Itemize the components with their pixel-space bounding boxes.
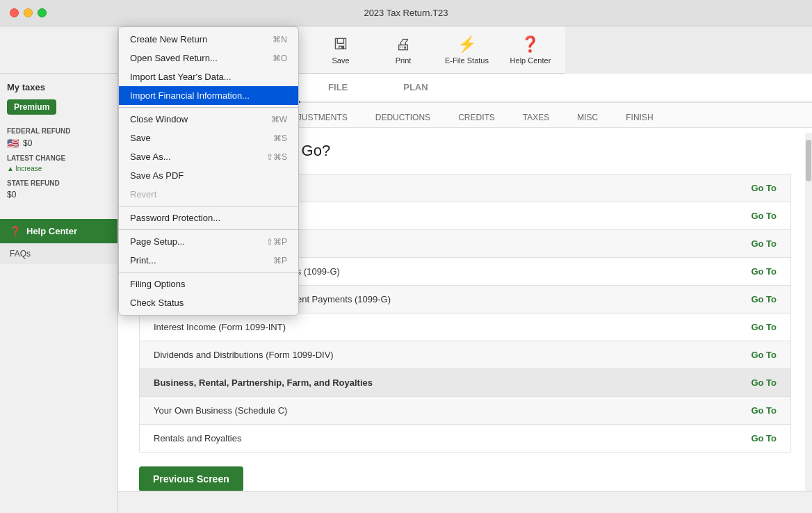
income-label-rentals: Rentals and Royalties <box>154 433 241 443</box>
minimize-button[interactable] <box>24 8 33 17</box>
maximize-button[interactable] <box>38 8 47 17</box>
sidebar: My taxes Premium FEDERAL REFUND 🇺🇸 $0 LA… <box>0 74 118 513</box>
goto-own-business[interactable]: Go To <box>751 405 777 416</box>
print-icon: 🖨 <box>396 35 411 54</box>
menu-filing-options[interactable]: Filing Options <box>119 275 298 293</box>
goto-business-section[interactable]: Go To <box>751 377 777 388</box>
premium-badge: Premium <box>7 99 56 115</box>
menu-open-saved-return[interactable]: Open Saved Return... ⌘O <box>119 49 298 67</box>
income-row-rentals: Rentals and Royalties Go To <box>140 425 790 452</box>
income-label-interest: Interest Income (Form 1099-INT) <box>154 322 286 332</box>
efile-icon: ⚡ <box>457 35 476 54</box>
scrollbar-thumb[interactable] <box>806 140 811 181</box>
income-row-own-business: Your Own Business (Schedule C) Go To <box>140 397 790 425</box>
menu-password-protection[interactable]: Password Protection... <box>119 209 298 227</box>
income-row-business-section: Business, Rental, Partnership, Farm, and… <box>140 369 790 397</box>
menu-divider-2 <box>119 206 298 206</box>
previous-screen-button[interactable]: Previous Screen <box>139 466 243 491</box>
menu-import-financial[interactable]: Import Financial Information... <box>119 86 298 105</box>
toolbar-save[interactable]: 🖫 Save <box>320 35 362 65</box>
goto-income[interactable]: Go To <box>751 211 777 221</box>
sidebar-top: My taxes Premium FEDERAL REFUND 🇺🇸 $0 LA… <box>0 74 117 212</box>
scrollbar-track[interactable] <box>805 133 812 513</box>
menu-import-last-year[interactable]: Import Last Year's Data... <box>119 67 298 86</box>
dropdown-menu: Create New Return ⌘N Open Saved Return..… <box>118 26 299 316</box>
goto-wages[interactable]: Go To <box>751 238 777 249</box>
menu-close-window[interactable]: Close Window ⌘W <box>119 110 298 129</box>
help-center-button[interactable]: ❓ Help Center <box>0 219 117 243</box>
increase-arrow-icon: ▲ <box>7 165 14 172</box>
goto-state-local[interactable]: Go To <box>751 266 777 277</box>
title-bar: 2023 Tax Return.T23 <box>0 0 812 26</box>
toolbar-help[interactable]: ❓ Help Center <box>510 35 551 65</box>
federal-refund-value: 🇺🇸 $0 <box>7 138 111 149</box>
subtab-finish[interactable]: FINISH <box>619 108 660 128</box>
menu-save[interactable]: Save ⌘S <box>119 129 298 147</box>
income-label-own-business: Your Own Business (Schedule C) <box>154 405 287 416</box>
close-button[interactable] <box>10 8 19 17</box>
subtab-credits[interactable]: CREDITS <box>451 108 502 128</box>
menu-save-as[interactable]: Save As... ⇧⌘S <box>119 147 298 166</box>
tab-plan[interactable]: PLAN <box>375 74 455 103</box>
income-row-interest: Interest Income (Form 1099-INT) Go To <box>140 314 790 341</box>
state-refund-label: STATE REFUND <box>7 179 111 187</box>
menu-save-as-pdf[interactable]: Save As PDF <box>119 166 298 185</box>
menu-revert: Revert <box>119 185 298 204</box>
menu-page-setup[interactable]: Page Setup... ⇧⌘P <box>119 232 298 251</box>
menu-check-status[interactable]: Check Status <box>119 293 298 312</box>
goto-unemployment[interactable]: Go To <box>751 294 777 304</box>
latest-change-label: LATEST CHANGE <box>7 154 111 162</box>
goto-rentals[interactable]: Go To <box>751 433 777 443</box>
income-label-business-section: Business, Rental, Partnership, Farm, and… <box>154 377 373 388</box>
us-flag-icon: 🇺🇸 <box>7 138 19 149</box>
bottom-bar: ✉ Send Us Feedback <box>0 491 812 513</box>
subtab-taxes[interactable]: TAXES <box>516 108 556 128</box>
goto-dividends[interactable]: Go To <box>751 350 777 360</box>
sidebar-toolbar-space <box>0 26 118 74</box>
goto-home[interactable]: Go To <box>751 183 777 193</box>
save-icon: 🖫 <box>333 35 348 54</box>
window-title: 2023 Tax Return.T23 <box>364 8 448 18</box>
latest-change-value: ▲ Increase <box>7 165 111 172</box>
menu-divider-4 <box>119 272 298 272</box>
subtab-deductions[interactable]: DEDUCTIONS <box>368 108 437 128</box>
federal-refund-label: FEDERAL REFUND <box>7 127 111 135</box>
income-row-dividends: Dividends and Distributions (Form 1099-D… <box>140 341 790 369</box>
toolbar-efile[interactable]: ⚡ E-File Status <box>445 35 489 65</box>
subtab-misc[interactable]: MISC <box>570 108 605 128</box>
help-icon: ❓ <box>521 35 539 54</box>
toolbar-print[interactable]: 🖨 Print <box>382 35 424 65</box>
menu-divider-3 <box>119 229 298 230</box>
help-center-icon: ❓ <box>10 226 21 236</box>
faqs-label: FAQs <box>0 243 117 264</box>
traffic-lights <box>0 8 47 17</box>
menu-divider-1 <box>119 107 298 108</box>
menu-print[interactable]: Print... ⌘P <box>119 251 298 270</box>
menu-create-new-return[interactable]: Create New Return ⌘N <box>119 30 298 49</box>
tab-file[interactable]: FILE <box>300 74 375 103</box>
income-label-dividends: Dividends and Distributions (Form 1099-D… <box>154 350 334 360</box>
sidebar-title: My taxes <box>7 82 111 92</box>
state-amount: $0 <box>7 190 16 200</box>
goto-interest[interactable]: Go To <box>751 322 777 332</box>
state-refund-value: $0 <box>7 190 111 200</box>
federal-amount: $0 <box>23 138 32 148</box>
